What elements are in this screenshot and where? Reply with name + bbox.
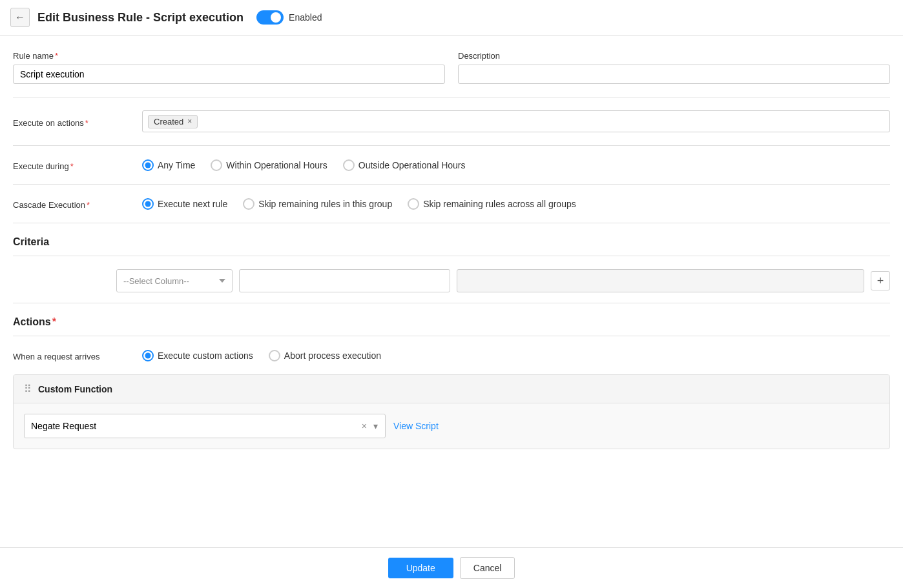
clear-selection-button[interactable]: ×	[359, 420, 369, 432]
criteria-operator-input[interactable]	[239, 269, 450, 292]
toggle-slider	[256, 10, 284, 25]
divider-3	[13, 184, 890, 185]
tag-label: Created	[154, 117, 183, 127]
radio-abort-process-label: Abort process execution	[284, 350, 381, 361]
radio-execute-custom-input[interactable]	[142, 350, 154, 361]
rule-name-label: Rule name*	[13, 51, 445, 61]
radio-outside-operational-input[interactable]	[343, 159, 355, 171]
dropdown-arrow-button[interactable]: ▾	[371, 420, 380, 432]
enabled-toggle-wrapper: Enabled	[256, 10, 322, 25]
custom-function-select-wrapper: Negate Request × ▾	[24, 414, 386, 438]
criteria-row: --Select Column-- +	[13, 269, 890, 292]
radio-execute-next-input[interactable]	[142, 198, 154, 210]
enabled-label: Enabled	[289, 12, 322, 23]
cascade-execution-row: Cascade Execution* Execute next rule Ski…	[13, 198, 890, 210]
criteria-value-input[interactable]	[457, 269, 864, 292]
cascade-options: Execute next rule Skip remaining rules i…	[142, 198, 890, 210]
radio-execute-custom-label: Execute custom actions	[158, 350, 253, 361]
radio-any-time-label: Any Time	[158, 160, 195, 170]
action-type-options: Execute custom actions Abort process exe…	[142, 350, 890, 361]
radio-abort-process-input[interactable]	[269, 350, 280, 361]
divider-1	[13, 97, 890, 97]
divider-5	[13, 303, 890, 303]
criteria-title: Criteria	[13, 236, 890, 248]
view-script-link[interactable]: View Script	[393, 421, 439, 431]
radio-skip-group-input[interactable]	[243, 198, 254, 210]
radio-execute-custom[interactable]: Execute custom actions	[142, 350, 253, 361]
created-tag: Created ×	[148, 115, 198, 128]
radio-skip-all[interactable]: Skip remaining rules across all groups	[408, 198, 576, 210]
radio-outside-operational[interactable]: Outside Operational Hours	[343, 159, 466, 171]
main-content: Rule name* Description Execute on action…	[0, 35, 903, 516]
when-request-arrives-row: When a request arrives Execute custom ac…	[13, 349, 890, 361]
rule-name-input[interactable]	[13, 65, 445, 84]
execute-on-actions-input[interactable]: Created ×	[142, 110, 890, 132]
execute-during-row: Execute during* Any Time Within Operatio…	[13, 159, 890, 171]
drag-handle-icon[interactable]: ⠿	[24, 383, 32, 395]
custom-function-header: ⠿ Custom Function	[14, 375, 889, 403]
rule-name-description-row: Rule name* Description	[13, 51, 890, 84]
criteria-section: Criteria --Select Column-- +	[13, 236, 890, 292]
back-button[interactable]: ←	[10, 8, 30, 27]
criteria-add-button[interactable]: +	[871, 271, 890, 290]
criteria-underline	[13, 256, 890, 256]
execute-on-actions-row: Execute on actions* Created ×	[13, 110, 890, 132]
divider-4	[13, 223, 890, 223]
custom-function-body: Negate Request × ▾ View Script	[14, 403, 889, 449]
radio-skip-group[interactable]: Skip remaining rules in this group	[243, 198, 392, 210]
description-label: Description	[458, 51, 890, 61]
tag-close-button[interactable]: ×	[187, 117, 192, 126]
actions-title: Actions*	[13, 316, 890, 328]
description-group: Description	[458, 51, 890, 84]
execute-on-actions-label: Execute on actions*	[13, 116, 142, 128]
radio-within-operational-label: Within Operational Hours	[226, 160, 327, 170]
radio-any-time-input[interactable]	[142, 159, 154, 171]
criteria-column-select[interactable]: --Select Column--	[116, 269, 233, 292]
actions-underline	[13, 336, 890, 336]
radio-outside-operational-label: Outside Operational Hours	[358, 160, 466, 170]
execute-during-options: Any Time Within Operational Hours Outsid…	[142, 159, 890, 171]
when-request-arrives-label: When a request arrives	[13, 349, 142, 361]
radio-any-time[interactable]: Any Time	[142, 159, 195, 171]
radio-abort-process[interactable]: Abort process execution	[269, 350, 381, 361]
description-input[interactable]	[458, 65, 890, 84]
radio-skip-all-input[interactable]	[408, 198, 419, 210]
execute-during-label: Execute during*	[13, 159, 142, 171]
radio-within-operational-input[interactable]	[211, 159, 222, 171]
radio-skip-all-label: Skip remaining rules across all groups	[423, 199, 576, 209]
rule-name-group: Rule name*	[13, 51, 445, 84]
custom-function-title: Custom Function	[38, 384, 112, 394]
actions-required: *	[52, 316, 56, 327]
radio-within-operational[interactable]: Within Operational Hours	[211, 159, 327, 171]
page-title: Edit Business Rule - Script execution	[37, 11, 244, 25]
custom-function-select[interactable]: Negate Request	[24, 414, 386, 438]
divider-2	[13, 145, 890, 146]
radio-skip-group-label: Skip remaining rules in this group	[258, 199, 392, 209]
actions-section: Actions* When a request arrives Execute …	[13, 316, 890, 449]
radio-execute-next-label: Execute next rule	[158, 199, 227, 209]
page-header: ← Edit Business Rule - Script execution …	[0, 0, 903, 35]
cascade-execution-label: Cascade Execution*	[13, 198, 142, 210]
enabled-toggle[interactable]	[256, 10, 284, 25]
custom-function-card: ⠿ Custom Function Negate Request × ▾ Vie…	[13, 374, 890, 449]
radio-execute-next[interactable]: Execute next rule	[142, 198, 227, 210]
select-icons: × ▾	[359, 414, 386, 438]
